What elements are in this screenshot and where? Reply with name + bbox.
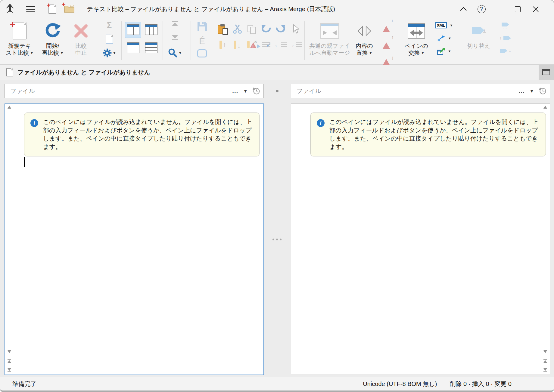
document-icon <box>6 68 13 76</box>
comparison-tab-title[interactable]: ファイルがありません と ファイルがありません <box>17 68 150 76</box>
goto-first-marker[interactable] <box>543 359 547 363</box>
paste-icon[interactable] <box>218 24 228 35</box>
compare-options-column: Σ ▼ <box>100 18 119 57</box>
next-change-marker[interactable] <box>543 350 547 353</box>
prev-warning-icon: !↑ <box>383 37 390 43</box>
layout-3pane-vertical-button[interactable] <box>143 22 159 38</box>
new-text-comparison-button[interactable]: + 新規テキ スト比較▼ <box>4 18 35 57</box>
goto-first-marker[interactable] <box>7 359 11 363</box>
report-document-icon[interactable] <box>106 35 113 44</box>
cut-icon <box>233 24 242 35</box>
new-folder-comparison-icon[interactable]: + <box>64 4 74 14</box>
accept-change-icon: ✓ <box>262 42 270 47</box>
araxis-logo-icon <box>5 3 15 15</box>
start-recompare-button[interactable]: 開始/ 再比較▼ <box>38 18 67 57</box>
replace-content-button[interactable]: 内容の 置換▼ <box>352 18 376 57</box>
history-icon <box>252 87 260 95</box>
gear-icon <box>103 48 112 57</box>
export-window-icon <box>437 48 446 55</box>
field-separator-dot <box>276 90 279 92</box>
minimize-button[interactable] <box>490 0 509 18</box>
tab-bar: ファイルがありません と ファイルがありません <box>0 65 554 80</box>
swap-panes-button[interactable]: ペインの 交換▼ <box>401 18 431 57</box>
xml-icon: XML <box>435 22 447 28</box>
status-encoding: Unicode (UTF-8 BOM 無し) <box>363 380 437 388</box>
abort-comparison-button: 比較中止 <box>70 18 92 56</box>
layout-3pane-horizontal-button[interactable] <box>143 40 159 56</box>
right-editor-pane[interactable]: i このペインにはファイルが読み込まれていません。ファイルを開くには、上部の入力… <box>291 103 550 375</box>
pointer-icon <box>291 24 299 35</box>
close-button[interactable] <box>527 0 545 18</box>
bookmark-tag-icon: ± <box>472 20 486 42</box>
automerge-button: 共通の親ファイルへ自動マージ <box>307 18 352 56</box>
titlebar: + + テキスト比較 – ファイルがありません と ファイルがありません – A… <box>0 0 554 18</box>
save-icon <box>197 21 207 33</box>
search-icon <box>168 48 177 57</box>
export-button[interactable]: ▼ <box>437 45 451 57</box>
scroll-top-marker[interactable] <box>7 105 11 109</box>
toolbar: + 新規テキ スト比較▼ 開始/ 再比較▼ 比較中止 Σ <box>0 18 554 65</box>
layout-2pane-vertical-button[interactable] <box>125 22 141 38</box>
character-encoding-icon: É <box>199 36 205 46</box>
status-change-stats: 削除 0 · 挿入 0 · 変更 0 <box>450 380 512 388</box>
layout-2pane-horizontal-button[interactable] <box>125 40 141 56</box>
refresh-icon <box>45 20 61 42</box>
menu-icon[interactable] <box>26 6 35 12</box>
next-bookmark-icon: ↓ <box>500 45 511 56</box>
window-controls: ? <box>454 0 545 18</box>
right-file-field: … ▼ <box>291 84 550 98</box>
info-message: このペインにはファイルが読み込まれていません。ファイルを開くには、上部の入力フィ… <box>329 118 539 151</box>
goto-last-marker[interactable] <box>543 368 547 372</box>
line-ending-button[interactable]: ▼ <box>437 32 451 45</box>
goto-last-change-icon <box>171 35 179 42</box>
swap-panes-icon <box>408 20 425 42</box>
linking-dots <box>272 239 282 240</box>
left-editor-pane[interactable]: i このペインにはファイルが読み込まれていません。ファイルを開くには、上部の入力… <box>5 103 264 375</box>
layout-selector <box>125 22 159 56</box>
next-change-marker[interactable] <box>7 350 11 353</box>
left-browse-button[interactable]: … <box>232 90 238 93</box>
navigation-column: ▼ <box>167 18 183 57</box>
maximize-button[interactable] <box>509 0 527 18</box>
text-caret <box>24 157 25 167</box>
info-message: このペインにはファイルが読み込まれていません。ファイルを開くには、上部の入力フィ… <box>43 118 253 151</box>
edit-actions: ↑ ↓ ! × ✓ ← → <box>216 23 302 51</box>
settings-button[interactable]: ▼ <box>103 48 116 57</box>
toggle-bookmark-button: ± 切り替え <box>462 18 496 49</box>
left-file-field: … ▼ <box>5 84 264 98</box>
copy-change-up-icon: ↑ <box>219 41 226 49</box>
bookmark-list-icon: … <box>501 20 509 31</box>
history-icon <box>539 87 547 95</box>
left-info-box: i このペインにはファイルが読み込まれていません。ファイルを開くには、上部の入力… <box>24 113 260 156</box>
replace-triangles-icon <box>357 20 371 42</box>
goto-last-marker[interactable] <box>7 368 11 372</box>
right-file-input[interactable] <box>291 88 518 94</box>
redo-icon <box>275 24 286 35</box>
window-layout-icon <box>542 69 550 75</box>
maximize-pane-button[interactable] <box>539 65 554 80</box>
goto-first-change-icon <box>171 21 179 28</box>
file-actions-column: É <box>195 18 209 57</box>
automerge-icon <box>320 20 339 42</box>
bookmark-nav-column: … ↑ ↓ <box>497 18 514 56</box>
collapse-ribbon-button[interactable] <box>454 0 472 18</box>
xml-format-button[interactable]: XML▼ <box>435 19 453 32</box>
find-button[interactable]: ▼ <box>168 48 182 57</box>
info-icon: i <box>30 119 38 127</box>
left-file-dropdown[interactable]: ▼ <box>243 89 247 94</box>
right-browse-button[interactable]: … <box>518 90 525 93</box>
indent-icon: → <box>289 42 302 48</box>
status-bar: 準備完了 Unicode (UTF-8 BOM 無し) 削除 0 · 挿入 0 … <box>0 377 554 390</box>
new-comparison-icon[interactable]: + <box>48 5 56 14</box>
right-info-box: i このペインにはファイルが読み込まれていません。ファイルを開くには、上部の入力… <box>310 113 546 156</box>
scroll-top-marker[interactable] <box>543 105 547 109</box>
help-button[interactable]: ? <box>472 0 490 18</box>
status-ready: 準備完了 <box>12 380 36 388</box>
window-title: テキスト比較 – ファイルがありません と ファイルがありません – Araxi… <box>87 5 335 13</box>
right-history-button[interactable] <box>539 87 547 95</box>
left-history-button[interactable] <box>252 87 260 95</box>
copy-icon <box>247 25 256 34</box>
warning-column: !+ !↑ !↓ <box>380 18 393 59</box>
right-file-dropdown[interactable]: ▼ <box>530 89 534 94</box>
left-file-input[interactable] <box>5 88 232 94</box>
